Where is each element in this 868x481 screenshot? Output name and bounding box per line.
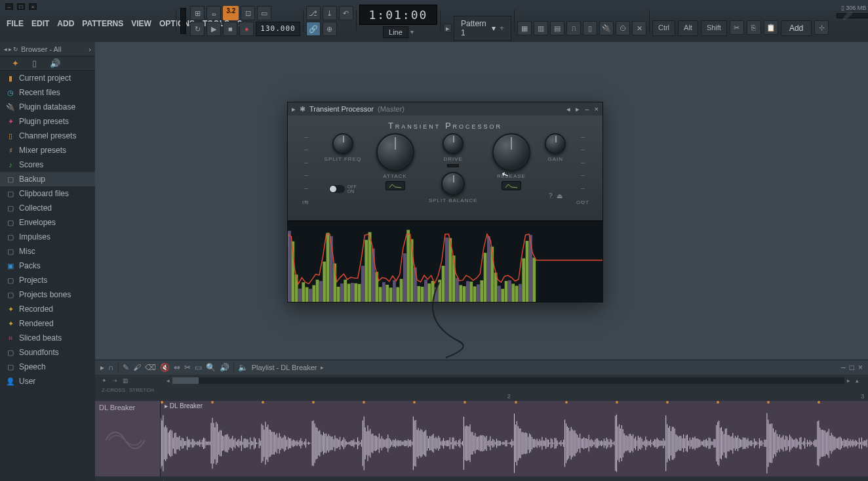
playlist-audio-icon[interactable]: 🔈 bbox=[238, 363, 248, 372]
metronome-icon[interactable]: ⏛ bbox=[207, 6, 221, 20]
browser-item-sliced-beats[interactable]: ⌗Sliced beats bbox=[0, 331, 95, 345]
zoom-tool-icon[interactable]: 🔍 bbox=[206, 363, 216, 372]
tempo-display[interactable]: 130.000 bbox=[256, 22, 300, 36]
split-toggle[interactable] bbox=[329, 185, 345, 193]
browser-item-clipboard-files[interactable]: ▢Clipboard files bbox=[0, 186, 95, 201]
countdown-icon[interactable]: ⊡ bbox=[241, 6, 255, 20]
slice-marker[interactable] bbox=[616, 401, 618, 404]
plugin-titlebar[interactable]: ▸ ✱ Transient Processor (Master) ◂ ▸ – × bbox=[288, 102, 602, 115]
play-button[interactable]: ▶ bbox=[207, 22, 221, 36]
drive-knob[interactable] bbox=[443, 133, 464, 154]
menu-file[interactable]: FILE bbox=[3, 17, 28, 30]
browser-expand-icon[interactable]: › bbox=[89, 45, 91, 53]
close-button[interactable]: × bbox=[29, 3, 37, 10]
browser-item-impulses[interactable]: ▢Impulses bbox=[0, 230, 95, 244]
browser-item-recorded[interactable]: ✦Recorded bbox=[0, 302, 95, 316]
snap-mode-icon[interactable]: ✦ bbox=[102, 377, 107, 384]
cut-icon[interactable]: ✂ bbox=[730, 20, 744, 35]
plugin-help-icon[interactable]: ? bbox=[549, 192, 553, 199]
zcross-label[interactable]: Z-CROSS bbox=[102, 387, 125, 393]
draw-tool-icon[interactable]: ✎ bbox=[123, 363, 129, 372]
slice-marker[interactable] bbox=[464, 401, 466, 404]
add-track-icon[interactable]: ✦ bbox=[161, 479, 166, 482]
browser-item-projects[interactable]: ▢Projects bbox=[0, 273, 95, 287]
track-header[interactable]: DL Breaker bbox=[95, 401, 161, 476]
alt-key-indicator[interactable]: Alt bbox=[678, 20, 698, 36]
close-windows-icon[interactable]: ✕ bbox=[632, 21, 646, 35]
slice-tool-icon[interactable]: ✂ bbox=[184, 363, 191, 372]
browser-item-packs[interactable]: ▣Packs bbox=[0, 259, 95, 273]
pattern-selector[interactable]: Pattern 1▾+ bbox=[454, 16, 511, 41]
link-icon[interactable]: 🔗 bbox=[306, 22, 321, 36]
playlist-hscroll-thumb[interactable] bbox=[172, 377, 199, 384]
slice-marker[interactable] bbox=[767, 401, 770, 404]
plugin-eject-icon[interactable]: ⏏ bbox=[557, 192, 562, 199]
minimize-button[interactable]: – bbox=[5, 3, 13, 10]
browser-item-scores[interactable]: ♪Scores bbox=[0, 157, 95, 172]
shift-key-indicator[interactable]: Shift bbox=[701, 20, 727, 36]
browser-collapse-icon[interactable]: ▯ bbox=[32, 58, 37, 68]
browser-item-envelopes[interactable]: ▢Envelopes bbox=[0, 215, 95, 230]
browser-item-user[interactable]: 👤User bbox=[0, 374, 95, 388]
browser-view-icon[interactable]: ▯ bbox=[583, 21, 597, 35]
browser-item-channel-presets[interactable]: ▯Channel presets bbox=[0, 129, 95, 143]
playback-tool-icon[interactable]: 🔊 bbox=[220, 363, 229, 372]
slice-marker[interactable] bbox=[363, 401, 365, 404]
stretch-label[interactable]: STRETCH bbox=[129, 387, 154, 393]
browser-item-collected[interactable]: ▢Collected bbox=[0, 201, 95, 215]
browser-fwd-icon[interactable]: ▸ bbox=[9, 46, 12, 52]
hscroll-left-icon[interactable]: ◂ bbox=[164, 377, 172, 384]
browser-item-plugin-database[interactable]: 🔌Plugin database bbox=[0, 100, 95, 114]
plugin-window[interactable]: ▸ ✱ Transient Processor (Master) ◂ ▸ – ×… bbox=[287, 102, 603, 303]
split-balance-knob[interactable] bbox=[441, 172, 465, 196]
mixer-view-icon[interactable]: ⎍ bbox=[566, 21, 581, 35]
rec-to-step-icon[interactable]: ⤓ bbox=[323, 6, 337, 20]
slice-marker[interactable] bbox=[565, 401, 568, 404]
slice-marker[interactable] bbox=[666, 401, 669, 404]
browser-back-icon[interactable]: ◂ bbox=[4, 46, 7, 52]
stop-button[interactable]: ■ bbox=[223, 22, 237, 36]
piano-roll-icon[interactable]: ▥ bbox=[534, 21, 548, 35]
plugin-menu-icon[interactable]: ▸ bbox=[292, 105, 296, 114]
audio-clip[interactable]: ▸ DL Breaker bbox=[161, 401, 868, 476]
slice-marker[interactable] bbox=[262, 401, 264, 404]
browser-add-icon[interactable]: ✦ bbox=[12, 58, 19, 68]
paint-tool-icon[interactable]: 🖌 bbox=[133, 363, 141, 372]
playlist-minimize-icon[interactable]: – bbox=[841, 363, 846, 372]
browser-item-projects-bones[interactable]: ▢Projects bones bbox=[0, 287, 95, 302]
playlist-hscrollbar[interactable] bbox=[172, 377, 844, 384]
playlist-menu-icon[interactable]: ▸ bbox=[100, 363, 104, 372]
release-envelope-button[interactable] bbox=[502, 181, 521, 190]
attack-envelope-button[interactable] bbox=[385, 181, 405, 190]
playlist-close-icon[interactable]: × bbox=[858, 363, 863, 372]
mute-tool-icon[interactable]: 🔇 bbox=[160, 363, 170, 372]
paste-icon[interactable]: 📋 bbox=[764, 20, 778, 35]
gain-knob[interactable] bbox=[545, 133, 566, 154]
slice-marker[interactable] bbox=[312, 401, 315, 404]
split-freq-knob[interactable] bbox=[332, 133, 353, 154]
menu-edit[interactable]: EDIT bbox=[28, 17, 53, 30]
slice-marker[interactable] bbox=[818, 401, 820, 404]
plugin-next-preset-icon[interactable]: ▸ bbox=[576, 105, 580, 114]
browser-item-current-project[interactable]: ▮Current project bbox=[0, 71, 95, 85]
slice-marker[interactable] bbox=[413, 401, 416, 404]
browser-audio-icon[interactable]: 🔊 bbox=[50, 58, 60, 68]
slice-marker[interactable] bbox=[717, 401, 719, 404]
browser-reload-icon[interactable]: ↻ bbox=[13, 46, 18, 52]
menu-view[interactable]: VIEW bbox=[127, 17, 155, 30]
ctrl-key-indicator[interactable]: Ctrl bbox=[652, 20, 675, 36]
slice-marker[interactable] bbox=[161, 401, 163, 404]
browser-item-soundfonts[interactable]: ▢Soundfonts bbox=[0, 345, 95, 360]
plugin-close-icon[interactable]: × bbox=[595, 105, 599, 114]
add-button[interactable]: Add bbox=[781, 20, 812, 36]
midi-icon[interactable]: ⎇ bbox=[306, 6, 321, 20]
attack-knob[interactable] bbox=[376, 133, 414, 171]
tempo-tap-icon[interactable]: ⏲ bbox=[616, 21, 630, 35]
playlist-ruler[interactable]: 2 3 bbox=[95, 393, 868, 401]
plugin-minimize-icon[interactable]: – bbox=[585, 105, 589, 114]
playlist-maximize-icon[interactable]: □ bbox=[850, 363, 854, 372]
copy-icon[interactable]: ⎘ bbox=[747, 20, 761, 35]
menu-patterns[interactable]: PATTERNS bbox=[78, 17, 127, 30]
channel-rack-icon[interactable]: ▤ bbox=[550, 21, 564, 35]
browser-item-mixer-presets[interactable]: ♯Mixer presets bbox=[0, 143, 95, 157]
